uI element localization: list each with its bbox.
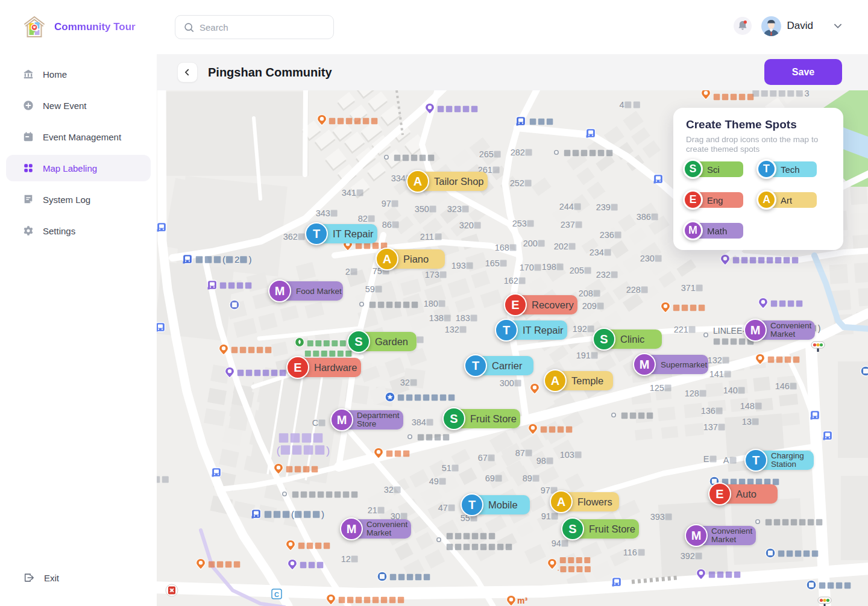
svg-text:253: 253 (512, 219, 527, 228)
svg-text:LINLEE·: LINLEE· (713, 326, 745, 336)
svg-text:97: 97 (541, 486, 550, 495)
svg-text:393: 393 (650, 512, 665, 522)
svg-text:): ) (321, 509, 324, 519)
svg-text:13: 13 (742, 417, 752, 426)
svg-text:343: 343 (316, 208, 330, 218)
svg-text:341: 341 (342, 188, 356, 198)
svg-text:168: 168 (495, 243, 509, 252)
svg-text:282: 282 (511, 148, 525, 157)
svg-text:132: 132 (708, 355, 722, 365)
svg-text:136: 136 (701, 406, 715, 416)
svg-text:192: 192 (573, 324, 587, 334)
svg-text:236: 236 (600, 230, 614, 240)
svg-text:32: 32 (400, 378, 410, 387)
svg-text:89: 89 (523, 473, 532, 483)
svg-text:183: 183 (456, 313, 470, 323)
svg-text:): ) (818, 323, 821, 333)
svg-text:239: 239 (596, 202, 611, 212)
svg-text:244: 244 (559, 202, 574, 211)
svg-text:232: 232 (596, 270, 611, 280)
svg-text:87: 87 (515, 448, 525, 458)
svg-text:170: 170 (520, 263, 534, 272)
svg-text:362: 362 (283, 232, 298, 242)
svg-text:2: 2 (234, 254, 239, 264)
svg-text:): ) (248, 254, 251, 264)
svg-text:C: C (274, 591, 279, 598)
svg-text:): ) (326, 444, 330, 457)
svg-text:237: 237 (561, 220, 575, 230)
svg-text:173: 173 (425, 270, 439, 280)
svg-text:334: 334 (391, 173, 406, 183)
svg-text:137: 137 (703, 422, 718, 432)
svg-text:128: 128 (685, 389, 699, 398)
svg-text:193: 193 (451, 261, 466, 270)
svg-text:A: A (723, 455, 729, 465)
svg-text:·: · (557, 565, 560, 574)
svg-text:2: 2 (345, 267, 350, 276)
svg-text:94: 94 (552, 539, 561, 548)
svg-text:86: 86 (382, 220, 392, 230)
svg-text:12: 12 (341, 554, 351, 564)
svg-text:323: 323 (447, 204, 462, 214)
svg-text:165: 165 (485, 258, 500, 268)
svg-text:209: 209 (582, 301, 597, 311)
svg-text:51: 51 (442, 463, 451, 473)
svg-text:392: 392 (681, 551, 695, 561)
svg-text:125: 125 (650, 383, 664, 393)
svg-text:228: 228 (626, 285, 641, 295)
svg-text:82: 82 (358, 214, 368, 223)
svg-text:202: 202 (554, 242, 568, 251)
svg-text:(: ( (277, 444, 281, 457)
svg-text:E: E (703, 454, 709, 464)
svg-text:(: ( (291, 509, 294, 519)
svg-text:320: 320 (459, 220, 474, 230)
svg-text:350: 350 (415, 204, 429, 214)
svg-text:162: 162 (504, 276, 518, 286)
svg-text:384: 384 (412, 417, 426, 427)
svg-text:132: 132 (445, 325, 459, 334)
svg-text:200: 200 (523, 239, 538, 248)
svg-text:C: C (312, 418, 318, 428)
svg-text:103: 103 (560, 450, 574, 460)
svg-text:49: 49 (429, 476, 439, 486)
svg-text:198: 198 (542, 262, 556, 272)
svg-text:138: 138 (429, 313, 444, 323)
svg-text:221: 221 (674, 325, 688, 334)
svg-text:3: 3 (805, 90, 810, 98)
svg-text:47: 47 (438, 503, 448, 513)
svg-text:230: 230 (640, 254, 655, 263)
svg-text:252: 252 (510, 178, 524, 188)
svg-text:32: 32 (384, 485, 394, 495)
svg-text:211: 211 (420, 232, 434, 242)
svg-text:69: 69 (485, 473, 495, 483)
svg-text:141: 141 (709, 369, 724, 379)
svg-text:(: ( (222, 254, 225, 264)
svg-text:300: 300 (500, 378, 514, 388)
svg-text:191: 191 (576, 351, 591, 360)
svg-text:265: 265 (479, 149, 494, 159)
svg-text:67: 67 (478, 453, 488, 463)
svg-text:4: 4 (620, 100, 624, 110)
svg-text:180: 180 (424, 299, 438, 308)
svg-text:234: 234 (590, 248, 604, 257)
svg-text:140: 140 (723, 386, 738, 395)
svg-text:59: 59 (365, 284, 375, 294)
svg-text:148: 148 (740, 401, 755, 411)
svg-text:98: 98 (536, 456, 546, 466)
svg-text:208: 208 (579, 289, 593, 298)
svg-text:21: 21 (368, 505, 377, 515)
svg-text:146: 146 (775, 381, 790, 391)
svg-text:116: 116 (623, 548, 637, 557)
svg-text:205: 205 (570, 266, 584, 275)
svg-text:97: 97 (382, 199, 391, 208)
svg-text:371: 371 (681, 283, 696, 293)
svg-text:m³: m³ (517, 596, 527, 605)
svg-text:386: 386 (637, 212, 651, 222)
